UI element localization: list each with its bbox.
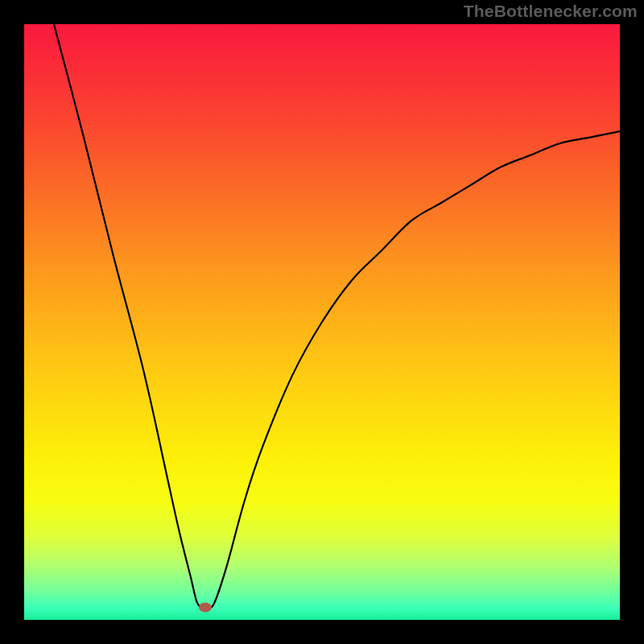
watermark-text: TheBottlenecker.com: [464, 2, 638, 21]
minimum-marker: [199, 602, 212, 612]
chart-plot: [24, 24, 620, 620]
chart-frame: TheBottlenecker.com: [0, 0, 644, 644]
